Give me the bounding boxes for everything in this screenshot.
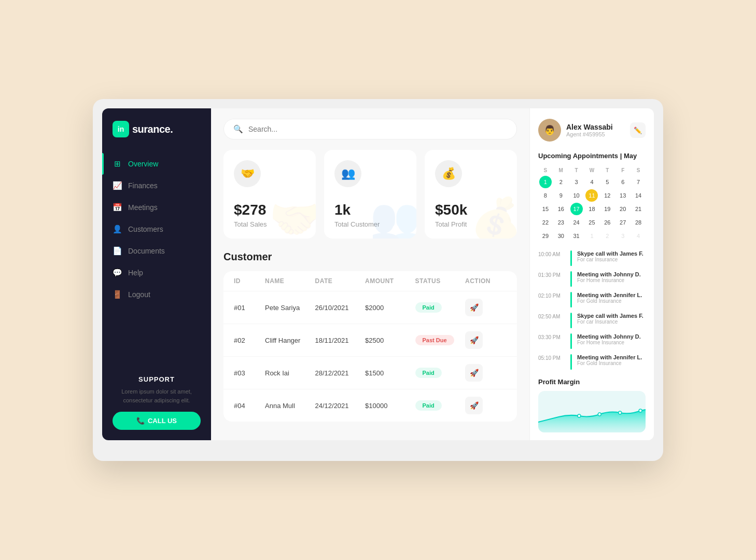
- sidebar-item-help[interactable]: 💬 Help: [102, 262, 211, 284]
- search-input[interactable]: [248, 125, 507, 133]
- cal-day-12[interactable]: 12: [601, 189, 613, 202]
- cal-day-32[interactable]: 1: [585, 230, 598, 242]
- cal-day-20[interactable]: 20: [617, 203, 629, 215]
- cal-weekday: F: [615, 166, 630, 175]
- svg-point-2: [619, 411, 622, 414]
- cal-day-6[interactable]: 6: [617, 176, 629, 188]
- sidebar-item-label: Help: [128, 269, 143, 277]
- apt-title: Meeting with Johnny D.: [577, 271, 641, 277]
- call-us-button[interactable]: 📞 CALL US: [113, 412, 201, 430]
- cal-day-16[interactable]: 16: [555, 203, 567, 215]
- cal-day-25[interactable]: 25: [585, 216, 598, 229]
- cal-day-10[interactable]: 10: [570, 189, 583, 202]
- sidebar-item-label: Documents: [128, 247, 165, 255]
- search-bar[interactable]: 🔍: [223, 119, 517, 139]
- cal-day-4[interactable]: 4: [585, 176, 598, 188]
- apt-title: Meeting with Jennifer L.: [577, 354, 642, 360]
- total-sales-icon: 🤝: [234, 160, 261, 187]
- sidebar-item-label: Overview: [128, 160, 158, 168]
- cal-day-30[interactable]: 30: [555, 230, 567, 242]
- cal-weekday: T: [600, 166, 614, 175]
- logo-icon: in: [113, 121, 129, 137]
- cal-day-33[interactable]: 2: [601, 230, 613, 242]
- apt-time: 01:30 PM: [538, 271, 565, 278]
- cal-day-18[interactable]: 18: [585, 203, 598, 215]
- cal-day-35[interactable]: 4: [632, 230, 645, 242]
- sidebar-support: SUPPORT Lorem ipsum dolor sit amet, cons…: [102, 365, 211, 440]
- cal-day-34[interactable]: 3: [617, 230, 629, 242]
- cal-day-15[interactable]: 15: [539, 203, 552, 215]
- row-amount: $2500: [365, 337, 415, 344]
- apt-sub: For car Insurance: [577, 319, 643, 325]
- col-date: DATE: [315, 277, 366, 285]
- cal-day-17[interactable]: 17: [570, 203, 583, 215]
- total-customer-icon: 👥: [334, 160, 361, 187]
- appointment-item: 05:10 PM Meeting with Jennifer L. For Go…: [538, 354, 646, 370]
- cal-day-14[interactable]: 14: [632, 189, 645, 202]
- appointment-item: 01:30 PM Meeting with Johnny D. For Home…: [538, 271, 646, 287]
- appointment-item: 02:50 AM Skype call with James F. For ca…: [538, 313, 646, 328]
- cal-day-26[interactable]: 26: [601, 216, 613, 229]
- row-date: 26/10/2021: [315, 304, 366, 312]
- cal-day-8[interactable]: 8: [539, 189, 552, 202]
- row-amount: $10000: [365, 402, 415, 410]
- cal-day-21[interactable]: 21: [632, 203, 645, 215]
- action-button[interactable]: 🚀: [465, 397, 483, 414]
- cal-day-22[interactable]: 22: [539, 216, 552, 229]
- action-button[interactable]: 🚀: [465, 299, 483, 316]
- sidebar: in surance. ⊞ Overview 📈 Finances 📅 Meet…: [102, 108, 211, 440]
- overview-icon: ⊞: [113, 159, 122, 169]
- cal-day-27[interactable]: 27: [617, 216, 629, 229]
- cal-day-19[interactable]: 19: [601, 203, 613, 215]
- cal-weekday: S: [631, 166, 646, 175]
- laptop-screen: in surance. ⊞ Overview 📈 Finances 📅 Meet…: [102, 108, 654, 440]
- row-amount: $1500: [365, 369, 415, 377]
- sidebar-item-documents[interactable]: 📄 Documents: [102, 240, 211, 262]
- cal-day-24[interactable]: 24: [570, 216, 583, 229]
- logout-icon: 🚪: [113, 290, 122, 299]
- sidebar-item-meetings[interactable]: 📅 Meetings: [102, 197, 211, 218]
- row-id: #02: [234, 337, 265, 344]
- sidebar-item-customers[interactable]: 👤 Customers: [102, 218, 211, 240]
- apt-time: 02:50 AM: [538, 313, 565, 319]
- row-name: Pete Sariya: [265, 304, 315, 312]
- cal-day-23[interactable]: 23: [555, 216, 567, 229]
- apt-sub: For Gold Insurance: [577, 298, 642, 304]
- sidebar-item-finances[interactable]: 📈 Finances: [102, 175, 211, 197]
- sidebar-item-logout[interactable]: 🚪 Logout: [102, 284, 211, 305]
- cal-day-31[interactable]: 31: [570, 230, 583, 242]
- row-amount: $2000: [365, 304, 415, 312]
- customer-section: Customer ID NAME DATE AMOUNT STATUS ACTI…: [223, 251, 517, 422]
- avatar: 👨: [538, 119, 561, 142]
- cal-day-7[interactable]: 7: [632, 176, 645, 188]
- user-agent-id: Agent #459955: [566, 131, 613, 137]
- cal-weekday: T: [569, 166, 584, 175]
- cal-day-5[interactable]: 5: [601, 176, 613, 188]
- edit-profile-button[interactable]: ✏️: [630, 122, 646, 138]
- calendar-title: Upcoming Appointments | May: [538, 152, 646, 160]
- profit-margin-section: Profit Margin: [538, 378, 646, 432]
- profit-margin-chart: [538, 391, 646, 432]
- cal-day-9[interactable]: 9: [555, 189, 567, 202]
- cal-day-11[interactable]: 11: [585, 189, 598, 202]
- sidebar-item-overview[interactable]: ⊞ Overview: [102, 153, 211, 175]
- apt-title: Meeting with Johnny D.: [577, 333, 641, 340]
- sidebar-nav: ⊞ Overview 📈 Finances 📅 Meetings 👤 Custo…: [102, 148, 211, 365]
- support-text: Lorem ipsum dolor sit amet, consectetur …: [113, 387, 201, 404]
- cal-weekday: W: [585, 166, 599, 175]
- action-button[interactable]: 🚀: [465, 364, 483, 382]
- cal-day-29[interactable]: 29: [539, 230, 552, 242]
- cal-day-3[interactable]: 3: [570, 176, 583, 188]
- apt-sub: For Home Insurance: [577, 277, 641, 283]
- cal-day-1[interactable]: 1: [539, 176, 552, 188]
- cal-day-28[interactable]: 28: [632, 216, 645, 229]
- meetings-icon: 📅: [113, 203, 122, 212]
- row-status: Paid: [415, 400, 466, 411]
- action-button[interactable]: 🚀: [465, 331, 483, 349]
- cal-day-13[interactable]: 13: [617, 189, 629, 202]
- appointment-item: 10:00 AM Skype call with James F. For ca…: [538, 250, 646, 266]
- search-icon: 🔍: [233, 124, 243, 134]
- main-content: 🔍 🤝 $278 Total Sales 🤝 👥 1k Total Custom…: [211, 108, 529, 440]
- cal-day-2[interactable]: 2: [555, 176, 567, 188]
- apt-sub: For Home Insurance: [577, 340, 641, 345]
